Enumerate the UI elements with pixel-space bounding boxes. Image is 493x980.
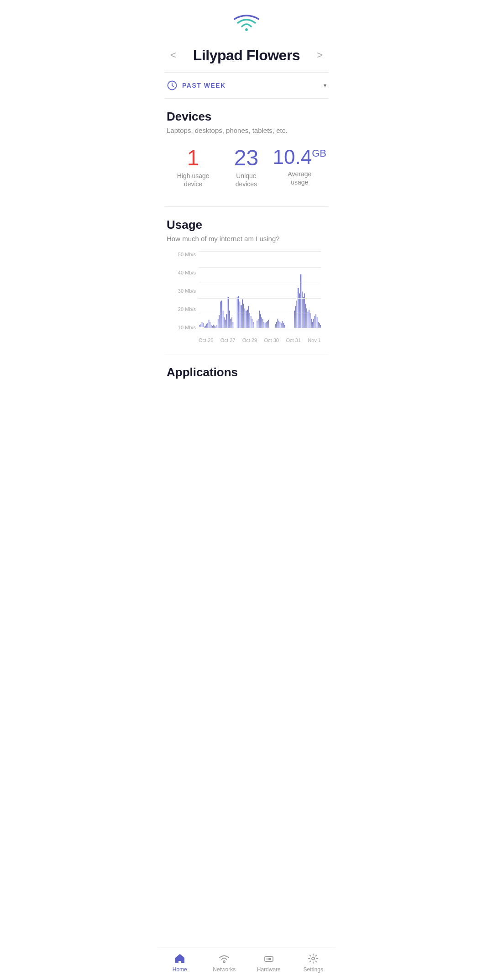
svg-rect-3: [202, 322, 203, 327]
next-button[interactable]: >: [313, 46, 326, 65]
svg-rect-53: [267, 321, 268, 328]
grid-line-20: [199, 298, 321, 299]
svg-rect-59: [280, 322, 281, 328]
svg-rect-11: [211, 325, 212, 328]
svg-rect-60: [281, 323, 282, 328]
svg-rect-42: [252, 319, 252, 328]
prev-button[interactable]: <: [167, 46, 180, 65]
svg-rect-67: [298, 288, 299, 328]
svg-rect-20: [221, 301, 222, 328]
chart-y-axis: 10 Mb/s 20 Mb/s 30 Mb/s 40 Mb/s 50 Mb/s: [172, 252, 196, 330]
time-filter-dropdown-icon[interactable]: ▾: [324, 82, 326, 89]
svg-rect-74: [306, 309, 307, 328]
svg-rect-4: [203, 323, 204, 327]
grid-line-10: [199, 314, 321, 314]
usage-chart: 10 Mb/s 20 Mb/s 30 Mb/s 40 Mb/s 50 Mb/s: [172, 252, 321, 343]
svg-rect-36: [245, 309, 246, 328]
svg-rect-79: [312, 322, 313, 328]
devices-subtitle: Laptops, desktops, phones, tablets, etc.: [167, 126, 326, 134]
svg-rect-15: [215, 327, 216, 328]
svg-rect-78: [311, 319, 312, 328]
stat-high-usage-label: High usagedevice: [177, 172, 210, 188]
svg-rect-71: [303, 297, 304, 328]
svg-rect-47: [260, 315, 261, 328]
applications-title: Applications: [167, 365, 326, 379]
svg-rect-61: [282, 321, 283, 328]
svg-rect-13: [213, 325, 214, 328]
time-filter-left: PAST WEEK: [167, 80, 226, 91]
svg-rect-45: [258, 319, 259, 328]
svg-rect-9: [209, 320, 210, 328]
svg-rect-66: [296, 301, 297, 328]
y-label-50: 50 Mb/s: [172, 252, 196, 257]
svg-rect-40: [249, 313, 250, 328]
svg-rect-14: [214, 326, 215, 328]
svg-rect-38: [247, 310, 248, 328]
svg-rect-6: [205, 326, 206, 328]
svg-rect-62: [283, 323, 284, 328]
svg-rect-33: [241, 306, 242, 328]
svg-rect-84: [318, 322, 319, 328]
svg-rect-24: [226, 315, 227, 328]
svg-rect-8: [207, 323, 208, 328]
y-label-20: 20 Mb/s: [172, 306, 196, 312]
stat-unique-devices-label: Uniquedevices: [236, 172, 257, 188]
svg-rect-28: [231, 318, 232, 328]
svg-rect-82: [315, 315, 316, 328]
devices-stats-row: 1 High usagedevice 23 Uniquedevices 10.4…: [167, 143, 326, 199]
svg-rect-32: [240, 302, 241, 328]
svg-rect-18: [219, 316, 220, 328]
page-header: < Lilypad Flowers >: [157, 42, 336, 72]
x-label-oct29: Oct 29: [242, 337, 257, 343]
svg-rect-43: [253, 322, 254, 328]
svg-rect-12: [212, 326, 213, 328]
svg-rect-41: [251, 316, 252, 328]
time-filter-label: PAST WEEK: [182, 82, 226, 89]
stat-high-usage[interactable]: 1 High usagedevice: [167, 147, 220, 188]
usage-subtitle: How much of my internet am I using?: [167, 235, 326, 242]
grid-line-50: [199, 251, 321, 252]
devices-section: Devices Laptops, desktops, phones, table…: [157, 99, 336, 206]
x-label-nov1: Nov 1: [308, 337, 321, 343]
chart-area: [199, 252, 321, 330]
usage-section: Usage How much of my internet am I using…: [157, 207, 336, 354]
y-label-40: 40 Mb/s: [172, 270, 196, 275]
svg-rect-19: [220, 302, 221, 328]
svg-rect-52: [266, 322, 267, 328]
svg-rect-39: [248, 306, 249, 328]
stat-avg-usage-value: 10.4GB: [273, 147, 326, 167]
wifi-logo: [157, 0, 336, 42]
usage-title: Usage: [167, 218, 326, 232]
stat-avg-usage[interactable]: 10.4GB Averageusage: [273, 147, 326, 186]
grid-line-30: [199, 283, 321, 283]
svg-rect-76: [309, 310, 309, 328]
svg-rect-10: [210, 322, 210, 328]
chart-x-axis: Oct 26 Oct 27 Oct 29 Oct 30 Oct 31 Nov 1: [199, 332, 321, 343]
stat-avg-usage-label: Averageusage: [288, 170, 311, 186]
svg-rect-30: [237, 297, 238, 328]
y-label-10: 10 Mb/s: [172, 325, 196, 330]
page-title: Lilypad Flowers: [193, 47, 300, 64]
svg-rect-68: [299, 294, 300, 328]
stat-unique-devices[interactable]: 23 Uniquedevices: [220, 147, 273, 188]
svg-rect-22: [224, 318, 225, 328]
svg-rect-49: [262, 319, 263, 328]
chart-svg: [199, 252, 321, 330]
svg-rect-17: [218, 319, 219, 328]
time-filter-row[interactable]: PAST WEEK ▾: [157, 73, 336, 98]
svg-rect-80: [313, 319, 314, 328]
svg-rect-29: [233, 322, 234, 328]
stat-unique-devices-value: 23: [234, 147, 258, 169]
svg-rect-57: [278, 319, 278, 328]
svg-rect-16: [216, 325, 217, 328]
svg-rect-5: [204, 327, 205, 328]
svg-rect-27: [231, 319, 231, 328]
svg-rect-54: [268, 320, 269, 328]
svg-rect-86: [320, 325, 321, 328]
grid-line-40: [199, 267, 321, 268]
svg-rect-1: [199, 325, 200, 327]
clock-icon: [167, 80, 178, 91]
svg-rect-81: [315, 316, 315, 328]
svg-rect-44: [257, 321, 257, 328]
stat-high-usage-value: 1: [187, 147, 199, 169]
